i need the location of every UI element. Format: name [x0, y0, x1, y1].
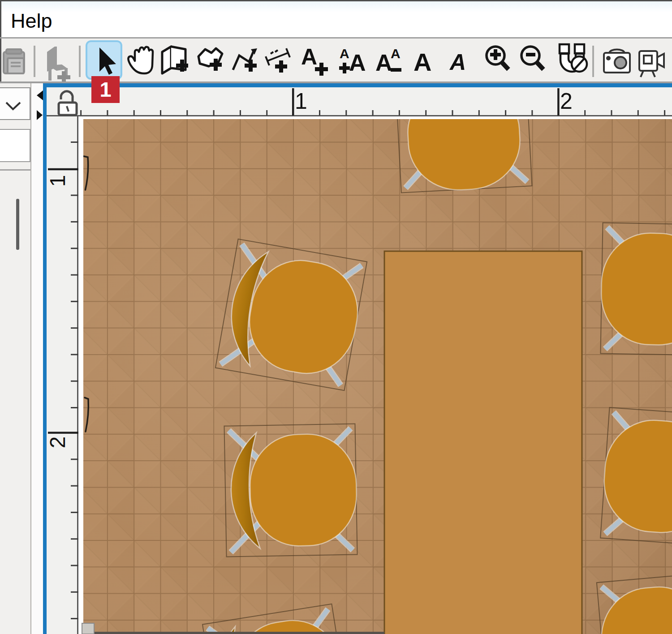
svg-text:A: A — [340, 46, 349, 61]
svg-text:2: 2 — [560, 89, 573, 114]
svg-text:A: A — [414, 48, 431, 76]
svg-text:A: A — [375, 50, 392, 76]
svg-text:2: 2 — [47, 437, 69, 449]
svg-text:A: A — [391, 46, 401, 61]
svg-text:A: A — [349, 50, 366, 76]
svg-text:1: 1 — [47, 175, 69, 187]
svg-text:A: A — [301, 44, 317, 69]
svg-text:A: A — [449, 50, 466, 75]
svg-text:1: 1 — [295, 89, 307, 114]
